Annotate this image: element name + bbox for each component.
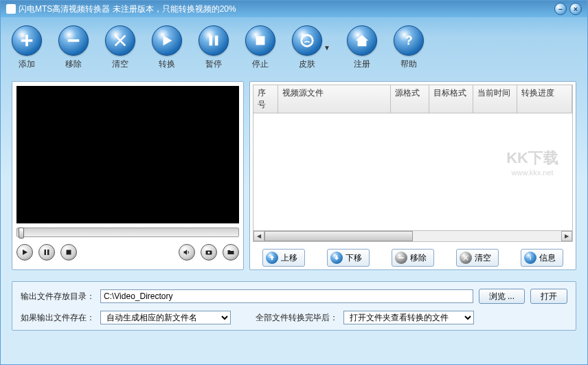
minus-icon [66,33,81,48]
file-table: 序号 视频源文件 源格式 目标格式 当前时间 转换进度 KK下载 www.kkx… [253,85,573,242]
slider-thumb[interactable] [19,228,24,239]
titlebar: 闪电MTS高清视频转换器 未注册版本，只能转换视频的20% – × [1,1,587,17]
x-icon [462,254,469,261]
player-controls [16,244,239,261]
horizontal-scrollbar[interactable]: ◀ ▶ [253,230,572,241]
th-progress[interactable]: 转换进度 [517,85,572,113]
add-label: 添加 [19,58,35,70]
after-select[interactable]: 打开文件夹查看转换的文件 [343,311,474,324]
move-up-button[interactable]: 上移 [262,249,305,267]
exists-select[interactable]: 自动生成相应的新文件名 [100,311,231,324]
close-button[interactable]: × [569,3,582,15]
stop-icon [253,33,268,48]
register-label: 注册 [354,58,370,70]
help-label: 帮助 [400,58,417,70]
skin-label: 皮肤 [299,58,315,70]
skin-button[interactable]: 皮肤 [292,25,322,70]
scroll-left-arrow[interactable]: ◀ [253,231,264,241]
output-dir-input[interactable] [100,289,473,303]
video-preview [16,86,239,223]
player-pause-button[interactable] [38,244,55,261]
stop-button[interactable]: 停止 [245,25,275,70]
output-settings: 输出文件存放目录： 浏览 ... 打开 如果输出文件存在： 自动生成相应的新文件… [12,281,576,331]
pause-label: 暂停 [205,58,222,70]
clear-button[interactable]: 清空 [105,25,135,70]
folder-icon [227,248,235,256]
pause-button[interactable]: 暂停 [199,25,229,70]
browse-button[interactable]: 浏览 ... [479,289,525,304]
preview-panel [12,81,244,270]
help-button[interactable]: ? 帮助 [394,25,424,70]
list-remove-button[interactable]: 移除 [392,249,434,267]
speaker-icon [183,248,191,256]
stop-label: 停止 [252,58,269,70]
scroll-thumb[interactable] [264,231,413,241]
player-play-button[interactable] [16,244,33,261]
svg-text:?: ? [405,33,412,47]
arrow-up-icon [269,254,275,261]
camera-icon [205,248,213,256]
app-icon [6,4,16,14]
remove-label: 移除 [65,58,82,70]
home-icon [354,33,370,48]
play-icon [21,248,29,256]
svg-point-3 [208,252,210,254]
output-dir-label: 输出文件存放目录： [21,291,95,302]
th-curtime[interactable]: 当前时间 [473,85,517,113]
main-toolbar: 添加 移除 清空 转换 暂停 停止 皮肤 ▼ [1,17,587,76]
table-body[interactable]: KK下载 www.kkx.net [253,113,572,230]
table-header: 序号 视频源文件 源格式 目标格式 当前时间 转换进度 [253,85,572,113]
x-icon [113,33,128,48]
th-dstformat[interactable]: 目标格式 [429,85,473,113]
remove-button[interactable]: 移除 [58,25,89,70]
minimize-button[interactable]: – [554,3,567,15]
th-index[interactable]: 序号 [253,85,278,113]
clear-label: 清空 [112,58,128,70]
snapshot-button[interactable] [201,244,217,261]
th-srcformat[interactable]: 源格式 [391,85,429,113]
after-label: 全部文件转换完毕后： [256,312,338,324]
open-button[interactable]: 打开 [530,289,567,304]
skin-icon [299,33,315,48]
volume-button[interactable] [179,244,195,261]
exists-label: 如果输出文件存在： [21,312,95,324]
arrow-down-icon [333,254,340,261]
add-button[interactable]: 添加 [12,25,42,70]
stop-icon [65,248,73,256]
seek-slider[interactable] [16,228,239,237]
watermark: KK下载 www.kkx.net [506,148,558,177]
window-title: 闪电MTS高清视频转换器 未注册版本，只能转换视频的20% [19,3,236,15]
svg-text:i: i [530,255,531,261]
register-button[interactable]: 注册 [347,25,377,70]
pause-icon [43,248,51,256]
convert-label: 转换 [159,58,175,70]
svg-point-0 [302,35,313,47]
chevron-down-icon[interactable]: ▼ [324,44,330,52]
list-clear-button[interactable]: 清空 [456,249,499,267]
play-icon [159,33,174,48]
help-icon: ? [401,33,416,48]
convert-button[interactable]: 转换 [152,25,182,70]
folder-button[interactable] [223,244,239,261]
player-stop-button[interactable] [60,244,77,261]
minus-icon [398,254,405,261]
info-button[interactable]: i 信息 [521,249,563,267]
file-list-panel: 序号 视频源文件 源格式 目标格式 当前时间 转换进度 KK下载 www.kkx… [249,81,576,270]
plus-icon [19,33,34,48]
list-actions: 上移 下移 移除 清空 i 信息 [253,249,573,267]
info-icon: i [527,254,534,261]
scroll-right-arrow[interactable]: ▶ [561,231,572,241]
th-source[interactable]: 视频源文件 [278,85,391,113]
pause-icon [206,33,221,48]
move-down-button[interactable]: 下移 [327,249,370,267]
